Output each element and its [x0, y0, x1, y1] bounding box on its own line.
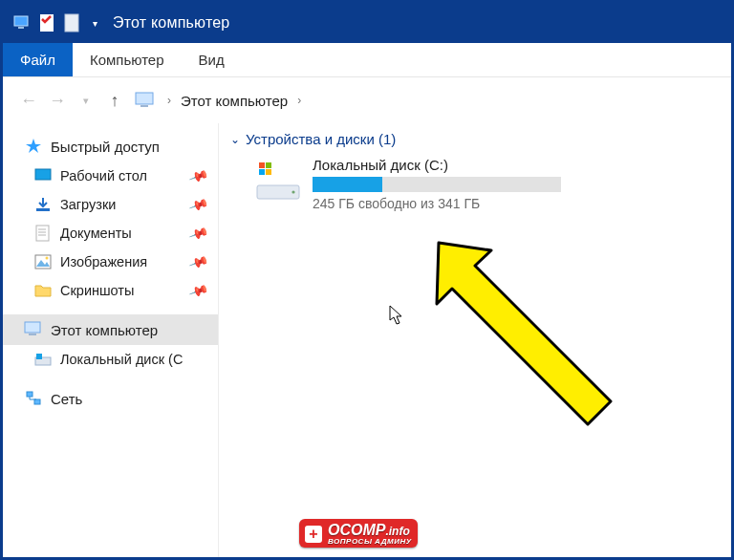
watermark-tld: .info	[385, 525, 409, 538]
annotation-arrow-icon	[420, 224, 630, 443]
svg-rect-5	[136, 93, 153, 104]
sidebar-item-label: Загрузки	[60, 197, 116, 212]
sidebar-item-downloads[interactable]: Загрузки 📌	[3, 190, 218, 219]
window-title: Этот компьютер	[113, 14, 229, 32]
drive-icon	[33, 350, 53, 369]
drive-free-text: 245 ГБ свободно из 341 ГБ	[313, 196, 561, 211]
svg-point-17	[46, 257, 49, 260]
sidebar-item-label: Быстрый доступ	[51, 139, 160, 155]
svg-point-25	[291, 190, 294, 193]
svg-rect-23	[34, 399, 40, 404]
tab-computer-label: Компьютер	[90, 52, 164, 68]
sidebar-item-pictures[interactable]: Изображения 📌	[3, 248, 218, 276]
content-pane: ⌄ Устройства и диски (1)	[219, 123, 731, 557]
chevron-down-icon: ⌄	[230, 133, 240, 146]
navigation-pane: Быстрый доступ Рабочий стол 📌 Загрузки 📌	[3, 123, 219, 557]
svg-rect-2	[40, 14, 54, 32]
nav-up-button[interactable]: ↑	[100, 86, 129, 115]
sidebar-item-label: Локальный диск (C	[60, 352, 183, 367]
breadcrumb-computer-icon[interactable]	[135, 92, 156, 109]
svg-rect-10	[36, 208, 50, 211]
sidebar-this-pc[interactable]: Этот компьютер	[3, 314, 218, 345]
sidebar-network[interactable]: Сеть	[3, 383, 218, 414]
watermark-sub: ВОПРОСЫ АДМИНУ	[328, 538, 412, 546]
svg-rect-11	[36, 226, 49, 241]
desktop-icon	[33, 166, 53, 185]
svg-rect-28	[259, 169, 265, 175]
svg-rect-22	[27, 392, 32, 397]
sidebar-item-screenshots[interactable]: Скриншоты 📌	[3, 276, 218, 305]
section-label: Устройства и диски (1)	[246, 131, 396, 147]
nav-recent-dropdown-icon[interactable]: ▾	[72, 86, 100, 115]
ribbon-tabs: Файл Компьютер Вид	[3, 43, 731, 77]
explorer-body: Быстрый доступ Рабочий стол 📌 Загрузки 📌	[3, 123, 731, 557]
file-explorer-window: ▾ Этот компьютер Файл Компьютер Вид ← → …	[0, 0, 734, 560]
pictures-icon	[33, 252, 53, 271]
quick-access-checklist-icon[interactable]	[37, 13, 56, 32]
svg-rect-0	[14, 16, 28, 26]
navigation-bar: ← → ▾ ↑ › Этот компьютер ›	[3, 77, 731, 123]
nav-forward-button[interactable]: →	[43, 86, 72, 115]
svg-marker-7	[26, 139, 41, 153]
star-icon	[24, 137, 43, 156]
svg-rect-1	[18, 27, 24, 29]
sidebar-item-label: Документы	[60, 226, 132, 241]
pin-icon: 📌	[187, 194, 208, 215]
watermark-brand: OCOMP	[328, 522, 385, 538]
cursor-icon	[389, 305, 404, 326]
watermark-badge: + OCOMP.info ВОПРОСЫ АДМИНУ	[299, 519, 418, 548]
svg-rect-19	[29, 334, 36, 335]
sidebar-item-label: Изображения	[60, 254, 147, 269]
drive-icon	[253, 157, 303, 206]
tab-computer[interactable]: Компьютер	[73, 43, 182, 76]
downloads-icon	[33, 195, 53, 214]
drive-name: Локальный диск (C:)	[313, 157, 561, 173]
section-devices-and-drives[interactable]: ⌄ Устройства и диски (1)	[230, 129, 722, 157]
pin-icon: 📌	[187, 251, 208, 272]
folder-icon	[33, 281, 53, 300]
svg-rect-18	[25, 322, 40, 333]
svg-rect-29	[266, 169, 271, 175]
sidebar-item-label: Скриншоты	[60, 283, 134, 298]
tab-file-label: Файл	[20, 52, 55, 68]
nav-back-button[interactable]: ←	[14, 86, 43, 115]
svg-rect-21	[36, 354, 42, 359]
breadcrumb-root[interactable]: Этот компьютер	[177, 93, 291, 109]
breadcrumb-chevron-icon[interactable]: ›	[291, 94, 307, 107]
computer-icon	[24, 320, 43, 339]
tab-view-label: Вид	[199, 52, 225, 68]
sidebar-item-label: Рабочий стол	[60, 168, 147, 183]
svg-rect-6	[140, 105, 148, 107]
tab-view[interactable]: Вид	[182, 43, 242, 76]
plus-icon: +	[305, 526, 322, 543]
quick-access-dropdown-icon[interactable]: ▾	[93, 18, 97, 29]
breadcrumb-chevron-icon[interactable]: ›	[162, 94, 177, 107]
title-bar: ▾ Этот компьютер	[3, 3, 731, 43]
drive-local-c[interactable]: Локальный диск (C:) 245 ГБ свободно из 3…	[253, 157, 722, 211]
network-icon	[24, 389, 43, 408]
tab-file[interactable]: Файл	[3, 43, 73, 76]
sidebar-item-documents[interactable]: Документы 📌	[3, 219, 218, 248]
sidebar-item-label: Сеть	[51, 391, 82, 407]
svg-rect-26	[259, 162, 265, 168]
svg-rect-3	[65, 14, 78, 32]
drive-usage-fill	[313, 177, 382, 192]
sidebar-local-disk[interactable]: Локальный диск (C	[3, 345, 218, 374]
drive-usage-bar	[313, 177, 561, 192]
svg-rect-8	[35, 169, 51, 180]
pin-icon: 📌	[187, 165, 208, 186]
quick-access-document-icon[interactable]	[62, 13, 81, 32]
sidebar-item-label: Этот компьютер	[51, 322, 158, 338]
svg-marker-30	[437, 243, 611, 424]
drive-info: Локальный диск (C:) 245 ГБ свободно из 3…	[313, 157, 561, 211]
sidebar-quick-access[interactable]: Быстрый доступ	[3, 131, 218, 162]
documents-icon	[33, 224, 53, 243]
pin-icon: 📌	[187, 280, 208, 301]
sidebar-item-desktop[interactable]: Рабочий стол 📌	[3, 162, 218, 190]
svg-rect-27	[266, 162, 271, 168]
pin-icon: 📌	[187, 223, 208, 244]
quick-access-monitor-icon[interactable]	[12, 13, 32, 32]
